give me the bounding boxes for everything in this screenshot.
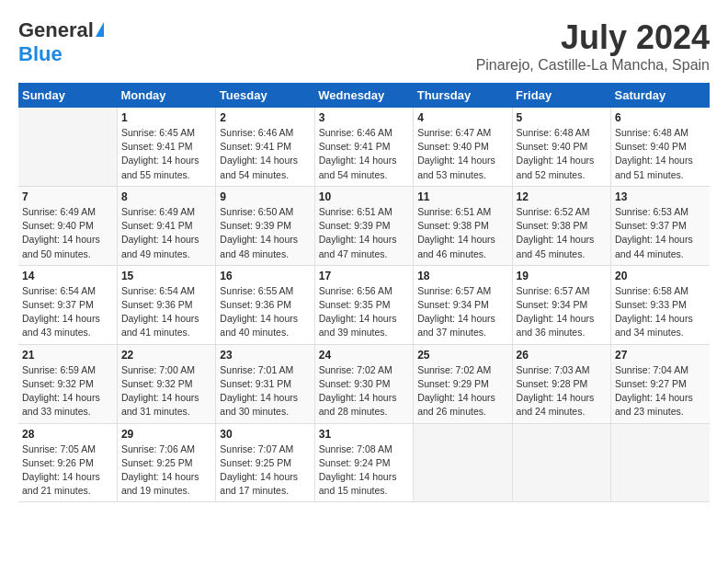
cell-sun-info: Sunrise: 6:54 AMSunset: 9:36 PMDaylight:… [121, 284, 211, 340]
sunset-text: Sunset: 9:39 PM [220, 220, 291, 231]
calendar-cell: 2Sunrise: 6:46 AMSunset: 9:41 PMDaylight… [216, 108, 314, 186]
daylight-text: Daylight: 14 hoursand 39 minutes. [319, 313, 397, 338]
daylight-text: Daylight: 14 hoursand 54 minutes. [220, 155, 298, 179]
day-number: 18 [417, 270, 507, 282]
daylight-text: Daylight: 14 hoursand 36 minutes. [517, 313, 595, 338]
calendar-cell: 6Sunrise: 6:48 AMSunset: 9:40 PMDaylight… [611, 108, 710, 186]
cell-sun-info: Sunrise: 6:51 AMSunset: 9:39 PMDaylight:… [319, 205, 409, 261]
sunrise-text: Sunrise: 6:58 AM [615, 285, 688, 296]
calendar-cell: 12Sunrise: 6:52 AMSunset: 9:38 PMDayligh… [512, 186, 610, 265]
daylight-text: Daylight: 14 hoursand 23 minutes. [615, 392, 693, 417]
sunrise-text: Sunrise: 6:56 AM [319, 285, 392, 296]
logo: General Blue [18, 18, 104, 66]
sunrise-text: Sunrise: 7:05 AM [22, 443, 96, 454]
calendar-cell: 28Sunrise: 7:05 AMSunset: 9:26 PMDayligh… [18, 423, 117, 502]
cell-sun-info: Sunrise: 6:53 AMSunset: 9:37 PMDaylight:… [615, 205, 706, 261]
calendar-cell: 11Sunrise: 6:51 AMSunset: 9:38 PMDayligh… [414, 186, 512, 265]
sunrise-text: Sunrise: 7:02 AM [417, 364, 491, 375]
sunset-text: Sunset: 9:40 PM [22, 220, 94, 231]
cell-sun-info: Sunrise: 6:54 AMSunset: 9:37 PMDaylight:… [22, 284, 113, 340]
calendar-cell: 9Sunrise: 6:50 AMSunset: 9:39 PMDaylight… [216, 186, 314, 265]
sunset-text: Sunset: 9:41 PM [121, 220, 193, 231]
day-number: 1 [121, 111, 211, 124]
daylight-text: Daylight: 14 hoursand 28 minutes. [319, 392, 397, 417]
day-number: 10 [319, 190, 409, 203]
day-number: 2 [220, 111, 310, 124]
sunrise-text: Sunrise: 7:01 AM [220, 364, 293, 375]
day-number: 25 [417, 349, 507, 362]
sunset-text: Sunset: 9:34 PM [417, 299, 489, 310]
day-number: 28 [22, 428, 113, 441]
logo-general-text: General [18, 18, 94, 42]
cell-sun-info: Sunrise: 6:52 AMSunset: 9:38 PMDaylight:… [517, 205, 607, 261]
sunset-text: Sunset: 9:39 PM [319, 220, 391, 231]
daylight-text: Daylight: 14 hoursand 17 minutes. [220, 471, 298, 496]
daylight-text: Daylight: 14 hoursand 48 minutes. [220, 234, 298, 259]
daylight-text: Daylight: 14 hoursand 34 minutes. [615, 313, 693, 338]
cell-sun-info: Sunrise: 6:48 AMSunset: 9:40 PMDaylight:… [615, 126, 706, 182]
daylight-text: Daylight: 14 hoursand 26 minutes. [417, 392, 495, 417]
day-number: 22 [121, 349, 211, 362]
sunset-text: Sunset: 9:31 PM [220, 378, 291, 389]
day-number: 17 [319, 270, 409, 282]
weekday-header-thursday: Thursday [414, 83, 512, 108]
day-number: 3 [319, 111, 409, 124]
sunset-text: Sunset: 9:36 PM [220, 299, 291, 310]
cell-sun-info: Sunrise: 7:01 AMSunset: 9:31 PMDaylight:… [220, 363, 310, 419]
sunset-text: Sunset: 9:24 PM [319, 457, 391, 468]
cell-sun-info: Sunrise: 7:00 AMSunset: 9:32 PMDaylight:… [121, 363, 211, 419]
day-number: 11 [417, 190, 507, 203]
calendar-cell: 27Sunrise: 7:04 AMSunset: 9:27 PMDayligh… [611, 344, 710, 423]
calendar-cell: 21Sunrise: 6:59 AMSunset: 9:32 PMDayligh… [18, 344, 117, 423]
weekday-header-sunday: Sunday [18, 83, 117, 108]
daylight-text: Daylight: 14 hoursand 41 minutes. [121, 313, 199, 338]
sunrise-text: Sunrise: 6:53 AM [615, 206, 688, 217]
sunset-text: Sunset: 9:41 PM [220, 141, 291, 152]
sunrise-text: Sunrise: 6:46 AM [319, 127, 392, 138]
cell-sun-info: Sunrise: 7:04 AMSunset: 9:27 PMDaylight:… [615, 363, 706, 419]
daylight-text: Daylight: 14 hoursand 53 minutes. [417, 155, 495, 179]
day-number: 26 [517, 349, 607, 362]
sunrise-text: Sunrise: 6:49 AM [22, 206, 96, 217]
cell-sun-info: Sunrise: 6:57 AMSunset: 9:34 PMDaylight:… [517, 284, 607, 340]
daylight-text: Daylight: 14 hoursand 45 minutes. [517, 234, 595, 259]
day-number: 31 [319, 428, 409, 441]
sunrise-text: Sunrise: 7:00 AM [121, 364, 195, 375]
day-number: 9 [220, 190, 310, 203]
sunrise-text: Sunrise: 6:48 AM [517, 127, 590, 138]
day-number: 8 [121, 190, 211, 203]
calendar-cell: 7Sunrise: 6:49 AMSunset: 9:40 PMDaylight… [18, 186, 117, 265]
logo-triangle-icon [96, 22, 104, 37]
sunrise-text: Sunrise: 6:55 AM [220, 285, 293, 296]
weekday-header-monday: Monday [117, 83, 215, 108]
day-number: 7 [22, 190, 113, 203]
sunset-text: Sunset: 9:25 PM [220, 457, 291, 468]
month-year-title: July 2024 [476, 18, 710, 57]
sunset-text: Sunset: 9:40 PM [417, 141, 489, 152]
sunrise-text: Sunrise: 7:07 AM [220, 443, 293, 454]
day-number: 23 [220, 349, 310, 362]
calendar-week-row: 28Sunrise: 7:05 AMSunset: 9:26 PMDayligh… [18, 423, 710, 502]
daylight-text: Daylight: 14 hoursand 33 minutes. [22, 392, 100, 417]
calendar-cell: 14Sunrise: 6:54 AMSunset: 9:37 PMDayligh… [18, 265, 117, 344]
daylight-text: Daylight: 14 hoursand 51 minutes. [615, 155, 693, 179]
sunrise-text: Sunrise: 6:50 AM [220, 206, 293, 217]
day-number: 5 [517, 111, 607, 124]
location-subtitle: Pinarejo, Castille-La Mancha, Spain [476, 57, 710, 74]
calendar-cell: 5Sunrise: 6:48 AMSunset: 9:40 PMDaylight… [512, 108, 610, 186]
calendar-cell: 3Sunrise: 6:46 AMSunset: 9:41 PMDaylight… [314, 108, 413, 186]
weekday-header-tuesday: Tuesday [216, 83, 314, 108]
calendar-cell: 23Sunrise: 7:01 AMSunset: 9:31 PMDayligh… [216, 344, 314, 423]
sunrise-text: Sunrise: 7:04 AM [615, 364, 688, 375]
calendar-cell: 29Sunrise: 7:06 AMSunset: 9:25 PMDayligh… [117, 423, 215, 502]
cell-sun-info: Sunrise: 6:58 AMSunset: 9:33 PMDaylight:… [615, 284, 706, 340]
sunrise-text: Sunrise: 6:51 AM [319, 206, 392, 217]
day-number: 13 [615, 190, 706, 203]
sunset-text: Sunset: 9:38 PM [417, 220, 489, 231]
calendar-cell: 13Sunrise: 6:53 AMSunset: 9:37 PMDayligh… [611, 186, 710, 265]
cell-sun-info: Sunrise: 6:49 AMSunset: 9:40 PMDaylight:… [22, 205, 113, 261]
daylight-text: Daylight: 14 hoursand 31 minutes. [121, 392, 199, 417]
sunrise-text: Sunrise: 6:46 AM [220, 127, 293, 138]
daylight-text: Daylight: 14 hoursand 44 minutes. [615, 234, 693, 259]
cell-sun-info: Sunrise: 6:47 AMSunset: 9:40 PMDaylight:… [417, 126, 507, 182]
